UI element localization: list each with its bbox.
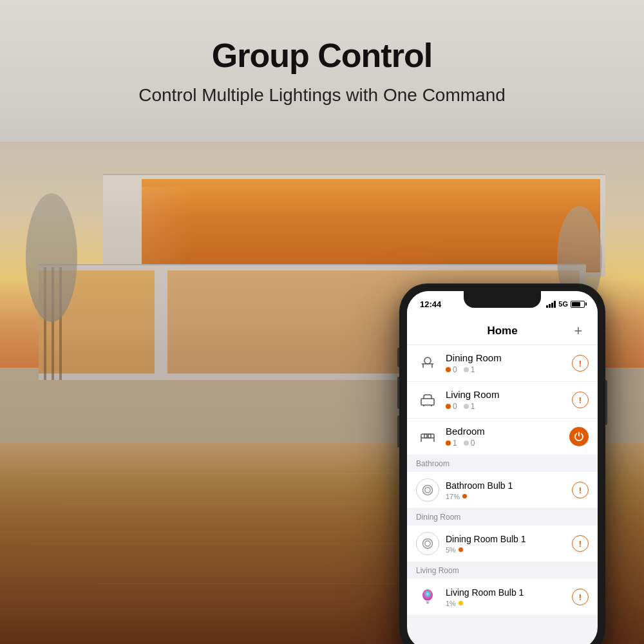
bedroom-power-button[interactable] (569, 427, 589, 446)
dining-bulb-icon (416, 532, 439, 555)
dining-bulb-status: 5% (446, 546, 565, 554)
bedroom-count-off: 1 (446, 439, 457, 448)
dot-orange-2 (446, 404, 451, 409)
dining-bulb-name: Dining Room Bulb 1 (446, 534, 565, 544)
status-right: 5G (546, 300, 585, 308)
network-type: 5G (558, 300, 568, 308)
living-bulb-percent: 1% (446, 600, 456, 607)
dining-status-dot (459, 547, 463, 552)
bedroom-on-count: 0 (471, 439, 475, 448)
battery-fill (572, 302, 580, 307)
living-bulb-action[interactable]: ! (572, 589, 589, 605)
signal-bars (546, 300, 556, 308)
app-header: Home + (407, 317, 598, 345)
top-section: Group Control Control Multiple Lightings… (0, 0, 644, 142)
bathroom-section-header: Bathroom (407, 455, 598, 472)
room-info-bedroom: Bedroom 1 0 (446, 426, 563, 448)
battery-icon (571, 301, 585, 308)
dot-gray-3 (464, 440, 469, 446)
subtitle: Control Multiple Lightings with One Comm… (138, 85, 506, 106)
living-action-button[interactable]: ! (572, 392, 589, 408)
living-room-section-header: Living Room (407, 562, 598, 579)
svg-rect-8 (428, 434, 431, 438)
dining-icon (416, 352, 439, 375)
dot-gray (464, 367, 469, 372)
living-count-on: 1 (464, 402, 475, 411)
svg-point-11 (423, 539, 433, 549)
dining-room-section-header: Dining Room (407, 509, 598, 526)
dining-bulb-info: Dining Room Bulb 1 5% (446, 534, 565, 554)
dot-orange-3 (446, 440, 451, 446)
time-display: 12:44 (420, 299, 441, 309)
bedroom-off-count: 1 (453, 439, 457, 448)
svg-rect-4 (421, 399, 434, 405)
living-bulb-icon (416, 585, 439, 609)
svg-point-9 (423, 486, 433, 495)
svg-point-0 (424, 357, 431, 364)
living-status-dot (459, 601, 463, 605)
dining-room-name: Dining Room (446, 352, 565, 363)
dining-on-count: 1 (471, 365, 475, 374)
bedroom-counts: 1 0 (446, 439, 563, 448)
dot-gray-2 (464, 404, 469, 409)
room-info-dining: Dining Room 0 1 (446, 352, 565, 374)
living-room-icon (416, 388, 439, 412)
room-item-living[interactable]: Living Room 0 1 (407, 382, 598, 419)
phone-wrapper: 12:44 5G Home + (399, 283, 605, 644)
living-on-count: 1 (471, 402, 475, 411)
living-count-off: 0 (446, 402, 457, 411)
dining-bulb-percent: 5% (446, 546, 456, 554)
bathroom-bulb-item[interactable]: Bathroom Bulb 1 17% ! (407, 472, 598, 509)
bathroom-bulb-icon (416, 478, 439, 502)
app-header-title: Home (435, 325, 569, 337)
add-button[interactable]: + (569, 322, 587, 340)
bathroom-bulb-status: 17% (446, 493, 565, 500)
bathroom-bulb-action[interactable]: ! (572, 482, 589, 498)
living-bulb-item[interactable]: Living Room Bulb 1 1% ! (407, 579, 598, 616)
dining-bulb-item[interactable]: Dining Room Bulb 1 5% ! (407, 526, 598, 562)
dining-counts: 0 1 (446, 365, 565, 374)
svg-rect-7 (424, 434, 427, 438)
svg-rect-14 (426, 600, 430, 601)
bedroom-count-on: 0 (464, 439, 475, 448)
living-off-count: 0 (453, 402, 457, 411)
svg-rect-15 (426, 601, 430, 603)
main-title: Group Control (212, 36, 432, 75)
svg-point-10 (425, 488, 430, 493)
living-bulb-status: 1% (446, 600, 565, 607)
bathroom-bulb-name: Bathroom Bulb 1 (446, 480, 565, 491)
bedroom-name: Bedroom (446, 426, 563, 437)
bedroom-icon (416, 425, 439, 448)
page-wrapper: Group Control Control Multiple Lightings… (0, 0, 644, 644)
phone-screen: 12:44 5G Home + (407, 291, 598, 644)
bathroom-bulb-percent: 17% (446, 493, 460, 500)
living-bulb-info: Living Room Bulb 1 1% (446, 587, 565, 607)
dining-off-count: 0 (453, 365, 457, 374)
bathroom-status-dot (462, 494, 467, 498)
dining-count-off: 0 (446, 365, 457, 374)
phone-shell: 12:44 5G Home + (399, 283, 605, 644)
living-bulb-name: Living Room Bulb 1 (446, 587, 565, 598)
room-item-bedroom[interactable]: Bedroom 1 0 (407, 419, 598, 455)
dining-action-button[interactable]: ! (572, 355, 589, 372)
living-counts: 0 1 (446, 402, 565, 411)
bathroom-bulb-info: Bathroom Bulb 1 17% (446, 480, 565, 500)
living-room-name: Living Room (446, 389, 565, 400)
dining-count-on: 1 (464, 365, 475, 374)
svg-rect-16 (426, 603, 429, 604)
room-list: Dining Room 0 1 (407, 345, 598, 455)
svg-point-13 (422, 589, 433, 601)
svg-point-12 (425, 541, 430, 546)
dining-bulb-action[interactable]: ! (572, 535, 589, 552)
room-item-dining[interactable]: Dining Room 0 1 (407, 345, 598, 382)
dot-orange (446, 367, 451, 372)
room-info-living: Living Room 0 1 (446, 389, 565, 411)
